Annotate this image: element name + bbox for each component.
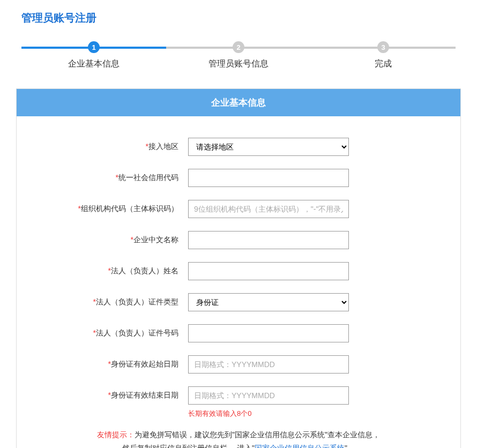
form-body: *接入地区 请选择地区 *统一社会信用代码 *组织机构代码（主体标识码） *企业… [17, 116, 460, 448]
step-circle-3: 3 [377, 41, 389, 53]
steps-container: 1 企业基本信息 2 管理员账号信息 3 完成 [16, 41, 461, 70]
tip-link[interactable]: 国家企业信用信息公示系统 [255, 444, 345, 448]
label-region: *接入地区 [49, 142, 188, 152]
tip-label: 友情提示： [97, 430, 135, 439]
label-org-code: *组织机构代码（主体标识码） [49, 204, 188, 214]
region-select[interactable]: 请选择地区 [188, 138, 349, 156]
label-id-type: *法人（负责人）证件类型 [49, 297, 188, 307]
form-container: 企业基本信息 *接入地区 请选择地区 *统一社会信用代码 *组织机构代码（主体标… [16, 88, 461, 448]
label-credit-code: *统一社会信用代码 [49, 173, 188, 183]
label-company-name: *企业中文名称 [49, 235, 188, 245]
label-id-number: *法人（负责人）证件号码 [49, 328, 188, 338]
org-code-input[interactable] [188, 200, 349, 218]
step-line [94, 47, 166, 49]
id-type-select[interactable]: 身份证 [188, 293, 349, 311]
step-line [166, 47, 238, 49]
tip-section: 友情提示：为避免拼写错误，建议您先到"国家企业信用信息公示系统"查本企业信息， … [49, 428, 428, 448]
step-3: 3 完成 [311, 41, 456, 70]
credit-code-input[interactable] [188, 169, 349, 187]
id-end-input[interactable] [188, 386, 349, 405]
label-legal-name: *法人（负责人）姓名 [49, 266, 188, 276]
step-label-3: 完成 [311, 58, 456, 70]
tip-text-1: 为避免拼写错误，建议您先到"国家企业信用信息公示系统"查本企业信息， [135, 430, 380, 439]
tip-text-3: "。 [345, 444, 355, 448]
step-line [238, 47, 311, 49]
step-circle-2: 2 [233, 41, 244, 53]
label-id-end: *身份证有效结束日期 [49, 391, 188, 400]
step-label-2: 管理员账号信息 [166, 58, 311, 70]
step-circle-1: 1 [88, 41, 100, 53]
step-line [21, 47, 94, 49]
label-id-start: *身份证有效起始日期 [49, 360, 188, 369]
id-start-input[interactable] [188, 355, 349, 374]
step-line [311, 47, 383, 49]
legal-name-input[interactable] [188, 262, 349, 280]
tip-text-2: 然后复制对应信息到注册信息栏。 进入" [122, 444, 255, 448]
page-title: 管理员账号注册 [21, 11, 461, 25]
company-name-input[interactable] [188, 231, 349, 249]
form-header: 企业基本信息 [17, 89, 460, 116]
id-end-hint: 长期有效请输入8个0 [188, 409, 251, 419]
id-number-input[interactable] [188, 324, 349, 342]
step-line [383, 47, 456, 49]
step-1: 1 企业基本信息 [21, 41, 166, 70]
step-label-1: 企业基本信息 [21, 58, 166, 70]
step-2: 2 管理员账号信息 [166, 41, 311, 70]
